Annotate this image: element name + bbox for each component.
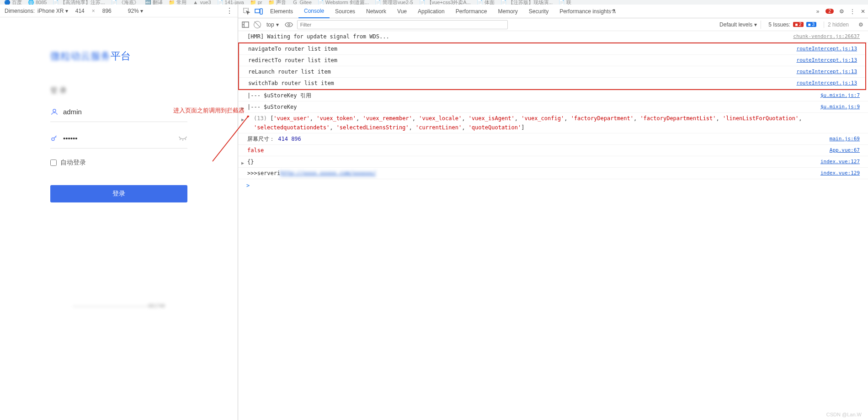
- bookmark-icon: 🔵: [5, 0, 10, 5]
- log-source-link[interactable]: App.vue:67: [825, 146, 860, 155]
- log-levels-select[interactable]: Default levels ▾: [719, 21, 761, 29]
- bookmark-item[interactable]: 📄《海底》: [112, 0, 139, 5]
- clear-console-icon[interactable]: [254, 21, 261, 28]
- tab-performance-insights[interactable]: Performance insights ⚗: [554, 5, 622, 18]
- bookmark-item[interactable]: 📁声音: [269, 0, 286, 5]
- console-log-row[interactable]: ▶|--- $uStoreKey$u.mixin.js:9: [238, 101, 868, 113]
- expand-triangle-icon[interactable]: ▶: [241, 115, 244, 124]
- hidden-count[interactable]: 2 hidden: [824, 21, 852, 28]
- sidebar-toggle-icon[interactable]: [241, 20, 250, 29]
- bookmark-icon: 📄: [501, 0, 506, 5]
- bookmark-item[interactable]: 📁常用: [169, 0, 186, 5]
- login-button[interactable]: 登录: [50, 185, 187, 202]
- bookmark-icon: 📄: [53, 0, 59, 5]
- devtools-more-icon[interactable]: ⋮: [847, 5, 858, 18]
- tab-memory[interactable]: Memory: [492, 5, 523, 18]
- bookmark-label: 常用: [176, 0, 186, 5]
- console-log-row[interactable]: redirectTo router list itemrouteIntercep…: [239, 55, 865, 66]
- bookmark-item[interactable]: 📄【注苏版】现场演...: [501, 0, 553, 5]
- tab-network[interactable]: Network: [361, 5, 392, 18]
- log-source-link[interactable]: index.vue:127: [816, 157, 860, 166]
- context-select[interactable]: top ▾: [265, 21, 281, 28]
- tab-sources[interactable]: Sources: [330, 5, 361, 18]
- bookmark-label: 联: [566, 0, 571, 5]
- console-log-row[interactable]: ▶{}index.vue:127: [238, 156, 868, 168]
- bookmark-item[interactable]: 📄Webstorm 剑道篇...: [318, 0, 369, 5]
- device-name-select[interactable]: iPhone XR ▾: [37, 8, 68, 14]
- password-field[interactable]: ••••••: [50, 128, 187, 149]
- bookmark-label: Webstorm 剑道篇...: [325, 0, 369, 5]
- inspect-icon[interactable]: [241, 5, 253, 18]
- console-prompt[interactable]: >: [238, 179, 868, 192]
- tab-application[interactable]: Application: [412, 5, 450, 18]
- filter-input[interactable]: [297, 20, 508, 29]
- live-expression-icon[interactable]: [284, 20, 293, 29]
- password-value: ••••••: [63, 134, 174, 142]
- expand-triangle-icon[interactable]: ▶: [241, 159, 244, 168]
- width-input[interactable]: [71, 8, 89, 14]
- bookmark-label: pr: [258, 0, 262, 5]
- tab-performance[interactable]: Performance: [450, 5, 493, 18]
- console-log-row[interactable]: navigateTo router list itemrouteIntercep…: [239, 43, 865, 55]
- console-log-row[interactable]: >>>serverihttp://xxxx.xxxxx.com/xxxxxx/i…: [238, 168, 868, 179]
- log-source-link[interactable]: routeIntercept.js:13: [792, 56, 857, 65]
- username-field[interactable]: admin: [50, 102, 187, 122]
- console-log-row[interactable]: reLaunch router list itemrouteIntercept.…: [239, 66, 865, 78]
- console-log-row[interactable]: 屏幕尺寸： 414 896main.js:69: [238, 133, 868, 145]
- bookmark-item[interactable]: 📄简理容vue2-5: [375, 0, 413, 5]
- log-source-link[interactable]: routeIntercept.js:13: [792, 67, 857, 76]
- tab-security[interactable]: Security: [523, 5, 554, 18]
- svg-point-0: [53, 109, 56, 112]
- bookmark-item[interactable]: GGitee: [293, 0, 312, 5]
- log-source-link[interactable]: chunk-vendors.js:26637: [788, 32, 860, 41]
- username-value: admin: [63, 108, 187, 116]
- log-source-link[interactable]: routeIntercept.js:13: [792, 44, 857, 53]
- bookmark-item[interactable]: 📁pr: [250, 0, 262, 5]
- bookmark-item[interactable]: 🔤翻译: [145, 0, 163, 5]
- bookmark-item[interactable]: 📄141-java: [218, 0, 244, 5]
- console-log-row[interactable]: ▶(13) ['vuex_user', 'vuex_token', 'vuex_…: [238, 113, 868, 133]
- bookmark-item[interactable]: 📄体面: [477, 0, 495, 5]
- flask-icon: ⚗: [611, 8, 616, 15]
- settings-gear-icon[interactable]: ⚙: [836, 5, 847, 18]
- tab-elements[interactable]: Elements: [265, 5, 298, 18]
- log-source-link[interactable]: $u.mixin.js:9: [816, 102, 860, 112]
- console-log-row[interactable]: [HMR] Waiting for update signal from WDS…: [238, 31, 868, 43]
- auto-login-checkbox[interactable]: 自动登录: [50, 159, 187, 167]
- log-message: redirectTo router list item: [248, 56, 792, 65]
- expand-triangle-icon[interactable]: ▶: [241, 104, 244, 113]
- bookmark-item[interactable]: 🔵百度: [5, 0, 22, 5]
- eye-closed-icon[interactable]: [178, 135, 187, 142]
- tab-vue[interactable]: Vue: [392, 5, 412, 18]
- log-source-link[interactable]: $u.mixin.js:7: [816, 91, 860, 100]
- log-source-link[interactable]: main.js:69: [825, 134, 860, 144]
- bookmark-item[interactable]: 📄【高清纯享】注苏...: [53, 0, 105, 5]
- log-source-link[interactable]: index.vue:129: [816, 169, 860, 178]
- bookmark-icon: 📄: [375, 0, 381, 5]
- height-input[interactable]: [98, 8, 116, 14]
- zoom-select[interactable]: 92% ▾: [128, 8, 143, 14]
- bookmark-item[interactable]: 🌐8085: [28, 0, 47, 5]
- bookmark-item[interactable]: 📄联: [559, 0, 571, 5]
- issues-link[interactable]: 5 Issues: ■ 2 ■ 3: [765, 21, 820, 28]
- console-log-row[interactable]: falseApp.vue:67: [238, 145, 868, 156]
- log-message: {}: [247, 157, 816, 166]
- bookmark-item[interactable]: ▲vue3: [193, 0, 211, 5]
- device-toggle-icon[interactable]: [253, 5, 265, 18]
- log-source-link[interactable]: routeIntercept.js:13: [792, 79, 857, 88]
- console-log-row[interactable]: switchTab router list itemrouteIntercept…: [239, 78, 865, 89]
- more-tabs-icon[interactable]: »: [814, 5, 822, 18]
- console-log-row[interactable]: |--- $uStoreKey 引用$u.mixin.js:7: [238, 90, 868, 101]
- bookmark-label: 【vue+css3外卖A...: [427, 0, 471, 5]
- log-message: false: [247, 146, 825, 155]
- console-body[interactable]: [HMR] Waiting for update signal from WDS…: [238, 31, 868, 420]
- close-devtools-icon[interactable]: ✕: [858, 5, 868, 18]
- auto-login-input[interactable]: [50, 159, 57, 166]
- device-viewport: 微粒动云服务平台 登 录 admin: [0, 17, 238, 420]
- console-settings-icon[interactable]: ⚙: [856, 20, 865, 29]
- tab-console[interactable]: Console: [298, 5, 330, 18]
- auto-login-label: 自动登录: [60, 159, 86, 167]
- error-badge[interactable]: 2: [822, 5, 836, 18]
- device-more-icon[interactable]: ⋮: [226, 6, 233, 15]
- bookmark-item[interactable]: 📄【vue+css3外卖A...: [420, 0, 471, 5]
